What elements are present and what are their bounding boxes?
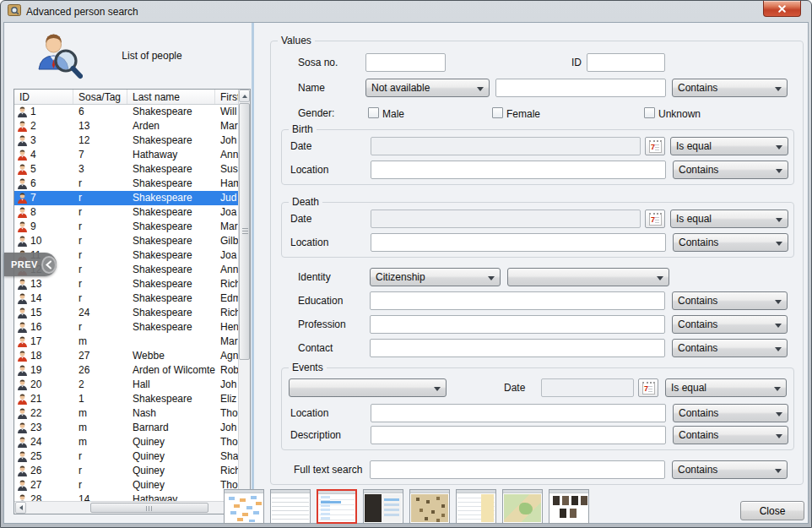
birth-date-input[interactable] xyxy=(371,137,641,155)
horizontal-scrollbar[interactable] xyxy=(14,501,239,514)
column-header-id[interactable]: ID xyxy=(14,90,73,104)
birth-calendar-button[interactable]: 7 xyxy=(645,137,665,155)
table-row[interactable]: 202HallJoh xyxy=(14,378,239,392)
table-row[interactable]: 14rShakespeareEdm xyxy=(14,291,239,306)
contact-operator-dropdown[interactable]: Contains xyxy=(672,339,788,357)
birth-date-operator-dropdown[interactable]: Is equal xyxy=(670,137,788,155)
prev-overlay-button[interactable]: PREV xyxy=(4,253,57,276)
column-header-firstname[interactable]: First name xyxy=(215,90,239,104)
table-row[interactable]: 7rShakespeareJud xyxy=(14,191,239,205)
name-input[interactable] xyxy=(495,79,666,97)
birth-location-operator-dropdown[interactable]: Contains xyxy=(673,161,788,179)
table-row[interactable]: 25rQuineySha xyxy=(14,449,239,464)
gender-male-checkbox[interactable] xyxy=(368,107,379,118)
cell-id: 5 xyxy=(14,162,73,177)
table-row[interactable]: 17mMar xyxy=(14,335,239,349)
search-dialog-thumbnail[interactable] xyxy=(317,489,357,524)
male-person-icon xyxy=(17,106,28,118)
table-row[interactable]: 213ArdenMar xyxy=(14,119,239,133)
table-row[interactable]: 6rShakespeareHam xyxy=(14,177,239,191)
table-row[interactable]: 211ShakespeareEliz xyxy=(14,392,239,406)
table-row[interactable]: 8rShakespeareJoa xyxy=(14,205,239,220)
table-row[interactable]: 16rShakespeareHen xyxy=(14,320,239,335)
death-date-input[interactable] xyxy=(371,210,641,228)
table-row[interactable]: 13rShakespeareRich xyxy=(14,277,239,291)
event-location-input[interactable] xyxy=(371,404,666,422)
window-close-button[interactable] xyxy=(763,1,801,17)
thumbnail-content xyxy=(504,494,541,522)
vertical-scroll-thumb[interactable] xyxy=(239,103,250,360)
table-row[interactable]: 27rQuineyTho xyxy=(14,478,239,493)
column-header-sosa[interactable]: Sosa/Tag xyxy=(73,90,127,104)
identity-type-dropdown[interactable]: Citizenship xyxy=(370,268,501,286)
name-operator-dropdown[interactable]: Contains xyxy=(672,79,788,97)
tree-window-thumbnail[interactable] xyxy=(224,489,264,524)
chevron-left-icon[interactable] xyxy=(41,256,57,274)
contact-input[interactable] xyxy=(370,339,665,357)
male-person-icon xyxy=(17,365,28,377)
map-window-thumbnail[interactable] xyxy=(502,489,543,524)
identity-value-dropdown[interactable] xyxy=(507,268,669,286)
event-location-operator-dropdown[interactable]: Contains xyxy=(673,404,788,422)
sosa-input[interactable] xyxy=(365,53,446,72)
event-type-dropdown[interactable] xyxy=(289,378,447,397)
column-header-lastname[interactable]: Last name xyxy=(127,90,215,104)
table-row[interactable]: 10rShakespeareGilb xyxy=(14,234,239,248)
education-input[interactable] xyxy=(370,291,665,310)
cell-sosa: r xyxy=(73,191,127,205)
event-date-operator-dropdown[interactable]: Is equal xyxy=(665,378,787,397)
thumbnail-content xyxy=(365,494,402,522)
cell-lastname: Shakespeare xyxy=(127,277,215,291)
scroll-left-button[interactable] xyxy=(15,502,26,514)
gender-unknown-checkbox[interactable] xyxy=(644,107,655,118)
table-row[interactable]: 24mQuineyTho xyxy=(14,435,239,449)
birth-location-input[interactable] xyxy=(371,161,666,179)
table-row[interactable]: 1926Arden of WilcomteRob xyxy=(14,363,239,378)
table-row[interactable]: 26rQuineyRich xyxy=(14,464,239,478)
cell-lastname: Quiney xyxy=(127,435,215,449)
death-calendar-button[interactable]: 7 xyxy=(645,210,665,228)
title-bar[interactable]: Advanced person search xyxy=(1,1,811,22)
profession-input[interactable] xyxy=(370,315,665,334)
name-mode-dropdown[interactable]: Not available xyxy=(365,79,490,97)
table-row[interactable]: 1827WebbeAgn xyxy=(14,349,239,363)
cell-firstname: Hen xyxy=(215,320,239,335)
close-button[interactable]: Close xyxy=(740,501,804,520)
table-row[interactable]: 312ShakespeareJoh xyxy=(14,133,239,148)
table-row[interactable]: 16ShakespeareWill xyxy=(14,105,239,119)
thumbnail-titlebar xyxy=(271,490,310,493)
cell-id: 3 xyxy=(14,133,73,148)
dark-window-thumbnail[interactable] xyxy=(363,489,403,524)
fulltext-input[interactable] xyxy=(370,460,665,479)
education-operator-dropdown[interactable]: Contains xyxy=(672,291,788,310)
profession-operator-dropdown[interactable]: Contains xyxy=(672,315,788,334)
table-row[interactable]: 9rShakespeareMar xyxy=(14,220,239,234)
gender-female-checkbox[interactable] xyxy=(492,107,503,118)
death-location-input[interactable] xyxy=(371,233,666,252)
cell-lastname: Shakespeare xyxy=(127,263,215,277)
id-input[interactable] xyxy=(587,53,665,72)
table-row[interactable]: 1524ShakespeareRich xyxy=(14,306,239,320)
table-row[interactable]: 47HathawayAnn xyxy=(14,148,239,162)
cell-firstname: Joh xyxy=(215,378,239,392)
list-of-people-title: List of people xyxy=(80,50,224,62)
tree-map-window-thumbnail[interactable] xyxy=(409,489,450,524)
horizontal-scroll-thumb[interactable] xyxy=(90,503,208,513)
event-description-input[interactable] xyxy=(371,426,666,444)
event-calendar-button[interactable]: 7 xyxy=(638,378,658,397)
gallery-window-thumbnail[interactable] xyxy=(549,489,589,524)
death-location-operator-dropdown[interactable]: Contains xyxy=(673,233,788,252)
list-window-thumbnail[interactable] xyxy=(456,489,496,524)
document-window-thumbnail[interactable] xyxy=(270,489,311,524)
death-date-operator-dropdown[interactable]: Is equal xyxy=(670,210,788,228)
cell-sosa: r xyxy=(73,320,127,335)
fulltext-operator-dropdown[interactable]: Contains xyxy=(672,460,788,479)
table-row[interactable]: 22mNashTho xyxy=(14,406,239,421)
vertical-scrollbar[interactable] xyxy=(238,90,250,502)
table-row[interactable]: 23mBarnardJoh xyxy=(14,421,239,435)
event-description-operator-dropdown[interactable]: Contains xyxy=(673,426,788,444)
scroll-up-button[interactable] xyxy=(239,90,250,102)
table-row[interactable]: 53ShakespeareSus xyxy=(14,162,239,177)
cell-sosa: 24 xyxy=(73,306,127,320)
event-date-input[interactable] xyxy=(541,378,634,397)
